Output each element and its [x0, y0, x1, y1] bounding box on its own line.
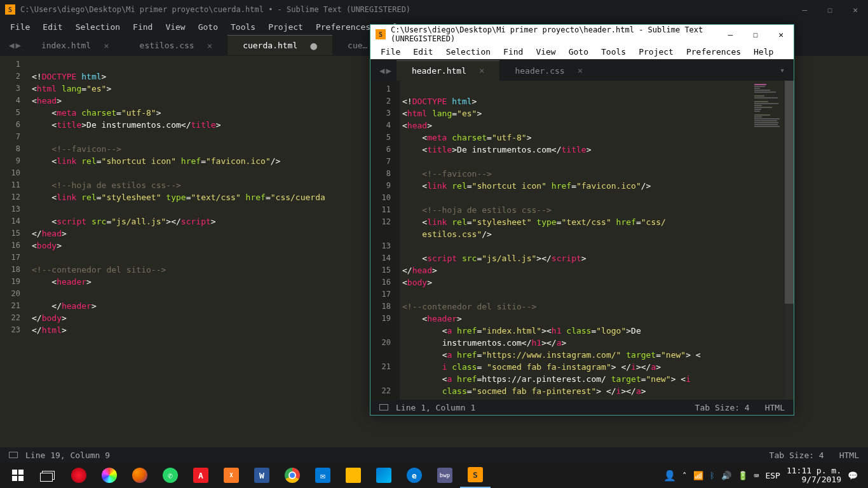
sublime-icon[interactable]: S	[460, 463, 491, 488]
nav-back-icon[interactable]: ◀	[9, 40, 14, 50]
chrome-icon[interactable]	[277, 463, 308, 488]
paint-icon[interactable]	[94, 463, 125, 488]
svg-rect-3	[18, 476, 24, 481]
tabbar-2: ◀ ▶ header.html× header.css× ▾	[370, 59, 794, 81]
keyboard-icon[interactable]: ⌨	[754, 471, 759, 480]
menu-tools[interactable]: Tools	[226, 21, 261, 33]
whatsapp-icon[interactable]: ✆	[155, 463, 186, 488]
menu-file[interactable]: File	[376, 46, 405, 58]
notifications-icon[interactable]: 💬	[848, 471, 858, 480]
mail-icon[interactable]: ✉	[308, 463, 338, 488]
cursor-position: Line 19, Column 9	[25, 451, 110, 460]
volume-icon[interactable]: 🔊	[721, 471, 731, 480]
nav-forward-icon[interactable]: ▶	[386, 65, 391, 76]
tab-estilos[interactable]: estilos.css×	[125, 35, 228, 55]
close-button[interactable]: ✕	[773, 27, 789, 42]
explorer-icon[interactable]	[338, 463, 369, 488]
menu-view[interactable]: View	[531, 46, 560, 58]
tab-size[interactable]: Tab Size: 4	[770, 451, 824, 460]
modified-icon[interactable]: ●	[310, 43, 317, 49]
close-icon[interactable]: ×	[207, 41, 212, 51]
maximize-button[interactable]: ☐	[748, 27, 763, 42]
clock[interactable]: 11:11 p. m. 9/7/2019	[787, 466, 841, 484]
menu-tools[interactable]: Tools	[596, 46, 631, 58]
taskbar: ✆ A X W ✉ e bwp S 👤 ˄ 📶 ᛒ 🔊 🔋 ⌨ ESP 11:1…	[0, 463, 868, 488]
menu-preferences[interactable]: Preferences	[311, 21, 376, 33]
menu-project[interactable]: Project	[263, 21, 308, 33]
close-icon[interactable]: ×	[104, 41, 109, 51]
panel-icon[interactable]	[9, 452, 18, 458]
window-title: C:\Users\diego\Desktop\Mi primer proyect…	[20, 5, 797, 14]
menu-goto[interactable]: Goto	[193, 21, 223, 33]
menu-find[interactable]: Find	[498, 46, 528, 58]
nav-arrows: ◀ ▶	[374, 65, 397, 76]
tab-cuerda[interactable]: cuerda.html●	[227, 35, 332, 55]
nav-forward-icon[interactable]: ▶	[15, 40, 20, 50]
menu-project[interactable]: Project	[634, 46, 679, 58]
tab-header-html[interactable]: header.html×	[397, 60, 500, 81]
network-icon[interactable]: 📶	[693, 471, 703, 480]
start-button[interactable]	[3, 463, 33, 488]
nav-arrows: ◀ ▶	[4, 40, 26, 50]
firefox-icon[interactable]	[125, 463, 155, 488]
svg-rect-1	[18, 470, 24, 475]
menu-file[interactable]: File	[5, 21, 35, 33]
gutter-2: 12345678910111213141516171819202122	[370, 81, 400, 400]
language-indicator[interactable]: ESP	[765, 471, 780, 480]
tray-expand-icon[interactable]: ˄	[682, 471, 687, 480]
minimize-button[interactable]: —	[723, 27, 738, 42]
window-title-2: C:\Users\diego\Desktop\Mi primer proyect…	[391, 25, 723, 43]
editor-2[interactable]: 12345678910111213141516171819202122 <!DO…	[370, 81, 794, 400]
menu-preferences[interactable]: Preferences	[681, 46, 746, 58]
menu-selection[interactable]: Selection	[441, 46, 496, 58]
close-icon[interactable]: ×	[578, 65, 583, 76]
menu-view[interactable]: View	[160, 21, 190, 33]
photos-icon[interactable]	[369, 463, 399, 488]
menu-selection[interactable]: Selection	[71, 21, 125, 33]
window-controls: — ☐ ✕	[797, 3, 863, 17]
scrollbar[interactable]	[785, 81, 794, 400]
menubar-2: File Edit Selection Find View Goto Tools…	[370, 44, 794, 59]
bwp-icon[interactable]: bwp	[430, 463, 460, 488]
tab-index[interactable]: index.html×	[26, 35, 125, 55]
app-icon: S	[5, 4, 15, 15]
chevron-down-icon[interactable]: ▾	[780, 65, 794, 75]
task-view-icon[interactable]	[33, 463, 64, 488]
opera-icon[interactable]	[64, 463, 94, 488]
titlebar: S C:\Users\diego\Desktop\Mi primer proye…	[0, 0, 868, 19]
syntax-mode[interactable]: HTML	[765, 403, 785, 412]
window-controls-2: — ☐ ✕	[723, 27, 789, 42]
people-icon[interactable]: 👤	[663, 470, 676, 482]
menu-goto[interactable]: Goto	[564, 46, 593, 58]
titlebar-2: S C:\Users\diego\Desktop\Mi primer proye…	[370, 25, 794, 44]
svg-rect-2	[12, 476, 17, 481]
scrollbar-thumb[interactable]	[785, 81, 794, 304]
panel-icon[interactable]	[379, 404, 388, 410]
xampp-icon[interactable]: X	[216, 463, 247, 488]
menu-help[interactable]: Help	[749, 46, 778, 58]
close-icon[interactable]: ×	[479, 65, 484, 76]
statusbar-2: Line 1, Column 1 Tab Size: 4HTML	[370, 400, 794, 415]
statusbar: Line 19, Column 9 Tab Size: 4HTML	[0, 447, 868, 463]
menu-edit[interactable]: Edit	[408, 46, 438, 58]
window-2: S C:\Users\diego\Desktop\Mi primer proye…	[370, 24, 794, 416]
tab-size[interactable]: Tab Size: 4	[695, 403, 750, 412]
tab-header-css[interactable]: header.css×	[499, 60, 598, 81]
maximize-button[interactable]: ☐	[822, 3, 837, 17]
close-button[interactable]: ✕	[848, 3, 863, 17]
syntax-mode[interactable]: HTML	[839, 451, 859, 460]
cursor-position: Line 1, Column 1	[396, 403, 475, 412]
acrobat-icon[interactable]: A	[186, 463, 216, 488]
minimize-button[interactable]: —	[797, 3, 813, 17]
menu-find[interactable]: Find	[128, 21, 158, 33]
code-area-2[interactable]: <!DOCTYPE html> <html lang="es"> <head> …	[400, 81, 794, 400]
battery-icon[interactable]: 🔋	[738, 471, 748, 480]
bluetooth-icon[interactable]: ᛒ	[710, 471, 715, 480]
word-icon[interactable]: W	[247, 463, 277, 488]
system-tray: 👤 ˄ 📶 ᛒ 🔊 🔋 ⌨ ESP 11:11 p. m. 9/7/2019 💬	[663, 466, 865, 484]
menu-edit[interactable]: Edit	[37, 21, 67, 33]
edge-icon[interactable]: e	[399, 463, 430, 488]
svg-rect-0	[12, 470, 17, 475]
app-icon: S	[376, 29, 386, 39]
nav-back-icon[interactable]: ◀	[379, 65, 384, 76]
